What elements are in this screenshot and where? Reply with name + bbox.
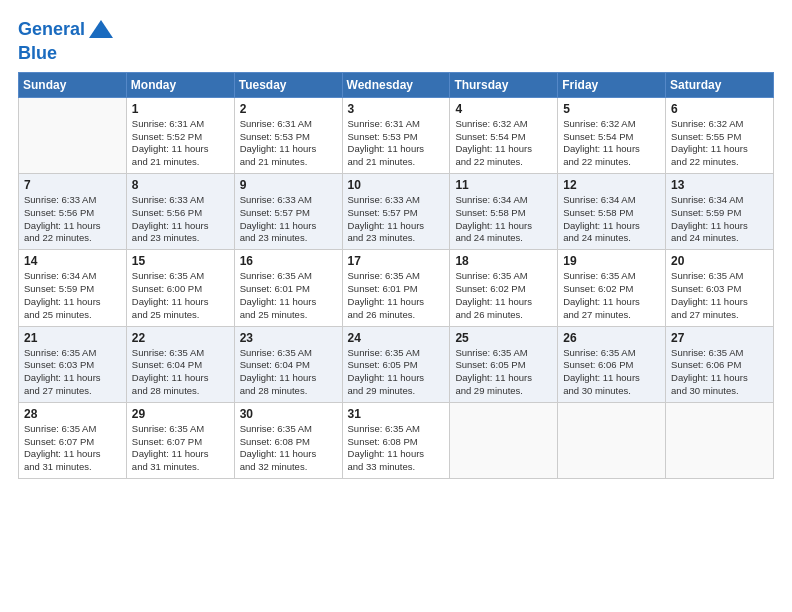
day-number: 18 — [455, 254, 553, 268]
calendar-cell — [450, 402, 558, 478]
calendar-cell: 20Sunrise: 6:35 AMSunset: 6:03 PMDayligh… — [666, 250, 774, 326]
calendar-cell: 3Sunrise: 6:31 AMSunset: 5:53 PMDaylight… — [342, 97, 450, 173]
day-number: 22 — [132, 331, 230, 345]
calendar-cell: 27Sunrise: 6:35 AMSunset: 6:06 PMDayligh… — [666, 326, 774, 402]
calendar-cell: 12Sunrise: 6:34 AMSunset: 5:58 PMDayligh… — [558, 174, 666, 250]
day-info: Sunrise: 6:33 AMSunset: 5:56 PMDaylight:… — [24, 194, 122, 245]
day-number: 9 — [240, 178, 338, 192]
weekday-header-row: SundayMondayTuesdayWednesdayThursdayFrid… — [19, 72, 774, 97]
day-info: Sunrise: 6:35 AMSunset: 6:04 PMDaylight:… — [132, 347, 230, 398]
calendar-cell: 25Sunrise: 6:35 AMSunset: 6:05 PMDayligh… — [450, 326, 558, 402]
calendar-cell: 10Sunrise: 6:33 AMSunset: 5:57 PMDayligh… — [342, 174, 450, 250]
logo-icon — [87, 16, 115, 44]
calendar-cell: 7Sunrise: 6:33 AMSunset: 5:56 PMDaylight… — [19, 174, 127, 250]
logo: General Blue — [18, 16, 115, 64]
weekday-header-cell: Saturday — [666, 72, 774, 97]
calendar-cell: 6Sunrise: 6:32 AMSunset: 5:55 PMDaylight… — [666, 97, 774, 173]
day-info: Sunrise: 6:35 AMSunset: 6:03 PMDaylight:… — [24, 347, 122, 398]
calendar-cell: 11Sunrise: 6:34 AMSunset: 5:58 PMDayligh… — [450, 174, 558, 250]
day-info: Sunrise: 6:35 AMSunset: 6:02 PMDaylight:… — [563, 270, 661, 321]
day-number: 16 — [240, 254, 338, 268]
calendar-cell — [558, 402, 666, 478]
day-number: 24 — [348, 331, 446, 345]
weekday-header-cell: Tuesday — [234, 72, 342, 97]
day-info: Sunrise: 6:32 AMSunset: 5:55 PMDaylight:… — [671, 118, 769, 169]
day-info: Sunrise: 6:35 AMSunset: 6:03 PMDaylight:… — [671, 270, 769, 321]
day-number: 28 — [24, 407, 122, 421]
calendar-cell: 16Sunrise: 6:35 AMSunset: 6:01 PMDayligh… — [234, 250, 342, 326]
day-number: 2 — [240, 102, 338, 116]
day-number: 10 — [348, 178, 446, 192]
calendar-cell: 5Sunrise: 6:32 AMSunset: 5:54 PMDaylight… — [558, 97, 666, 173]
header: General Blue — [18, 16, 774, 64]
calendar-week-row: 7Sunrise: 6:33 AMSunset: 5:56 PMDaylight… — [19, 174, 774, 250]
calendar-cell: 15Sunrise: 6:35 AMSunset: 6:00 PMDayligh… — [126, 250, 234, 326]
day-number: 30 — [240, 407, 338, 421]
day-number: 29 — [132, 407, 230, 421]
day-info: Sunrise: 6:35 AMSunset: 6:01 PMDaylight:… — [348, 270, 446, 321]
day-info: Sunrise: 6:33 AMSunset: 5:57 PMDaylight:… — [240, 194, 338, 245]
day-number: 3 — [348, 102, 446, 116]
day-info: Sunrise: 6:35 AMSunset: 6:08 PMDaylight:… — [348, 423, 446, 474]
day-number: 12 — [563, 178, 661, 192]
calendar-cell: 31Sunrise: 6:35 AMSunset: 6:08 PMDayligh… — [342, 402, 450, 478]
day-number: 17 — [348, 254, 446, 268]
weekday-header-cell: Thursday — [450, 72, 558, 97]
day-info: Sunrise: 6:35 AMSunset: 6:04 PMDaylight:… — [240, 347, 338, 398]
day-info: Sunrise: 6:35 AMSunset: 6:07 PMDaylight:… — [24, 423, 122, 474]
calendar-week-row: 28Sunrise: 6:35 AMSunset: 6:07 PMDayligh… — [19, 402, 774, 478]
calendar-body: 1Sunrise: 6:31 AMSunset: 5:52 PMDaylight… — [19, 97, 774, 478]
day-info: Sunrise: 6:35 AMSunset: 6:02 PMDaylight:… — [455, 270, 553, 321]
day-info: Sunrise: 6:34 AMSunset: 5:59 PMDaylight:… — [671, 194, 769, 245]
weekday-header-cell: Monday — [126, 72, 234, 97]
day-info: Sunrise: 6:31 AMSunset: 5:53 PMDaylight:… — [348, 118, 446, 169]
day-number: 13 — [671, 178, 769, 192]
calendar-week-row: 1Sunrise: 6:31 AMSunset: 5:52 PMDaylight… — [19, 97, 774, 173]
day-number: 31 — [348, 407, 446, 421]
day-info: Sunrise: 6:35 AMSunset: 6:06 PMDaylight:… — [671, 347, 769, 398]
day-number: 7 — [24, 178, 122, 192]
calendar-cell: 4Sunrise: 6:32 AMSunset: 5:54 PMDaylight… — [450, 97, 558, 173]
day-info: Sunrise: 6:35 AMSunset: 6:05 PMDaylight:… — [455, 347, 553, 398]
calendar-cell: 26Sunrise: 6:35 AMSunset: 6:06 PMDayligh… — [558, 326, 666, 402]
calendar-cell: 18Sunrise: 6:35 AMSunset: 6:02 PMDayligh… — [450, 250, 558, 326]
calendar-cell: 14Sunrise: 6:34 AMSunset: 5:59 PMDayligh… — [19, 250, 127, 326]
day-info: Sunrise: 6:33 AMSunset: 5:56 PMDaylight:… — [132, 194, 230, 245]
day-number: 6 — [671, 102, 769, 116]
calendar-cell: 28Sunrise: 6:35 AMSunset: 6:07 PMDayligh… — [19, 402, 127, 478]
day-info: Sunrise: 6:35 AMSunset: 6:05 PMDaylight:… — [348, 347, 446, 398]
day-number: 1 — [132, 102, 230, 116]
calendar-cell: 2Sunrise: 6:31 AMSunset: 5:53 PMDaylight… — [234, 97, 342, 173]
day-info: Sunrise: 6:34 AMSunset: 5:58 PMDaylight:… — [563, 194, 661, 245]
day-info: Sunrise: 6:32 AMSunset: 5:54 PMDaylight:… — [563, 118, 661, 169]
day-number: 14 — [24, 254, 122, 268]
day-number: 19 — [563, 254, 661, 268]
weekday-header-cell: Friday — [558, 72, 666, 97]
calendar-cell — [19, 97, 127, 173]
calendar-cell: 13Sunrise: 6:34 AMSunset: 5:59 PMDayligh… — [666, 174, 774, 250]
day-info: Sunrise: 6:35 AMSunset: 6:06 PMDaylight:… — [563, 347, 661, 398]
calendar-week-row: 21Sunrise: 6:35 AMSunset: 6:03 PMDayligh… — [19, 326, 774, 402]
day-number: 8 — [132, 178, 230, 192]
calendar-cell: 9Sunrise: 6:33 AMSunset: 5:57 PMDaylight… — [234, 174, 342, 250]
calendar-cell: 30Sunrise: 6:35 AMSunset: 6:08 PMDayligh… — [234, 402, 342, 478]
day-info: Sunrise: 6:31 AMSunset: 5:52 PMDaylight:… — [132, 118, 230, 169]
day-info: Sunrise: 6:35 AMSunset: 6:00 PMDaylight:… — [132, 270, 230, 321]
svg-marker-0 — [89, 20, 113, 38]
day-info: Sunrise: 6:35 AMSunset: 6:08 PMDaylight:… — [240, 423, 338, 474]
calendar-week-row: 14Sunrise: 6:34 AMSunset: 5:59 PMDayligh… — [19, 250, 774, 326]
day-info: Sunrise: 6:31 AMSunset: 5:53 PMDaylight:… — [240, 118, 338, 169]
day-info: Sunrise: 6:35 AMSunset: 6:01 PMDaylight:… — [240, 270, 338, 321]
calendar-table: SundayMondayTuesdayWednesdayThursdayFrid… — [18, 72, 774, 479]
calendar-cell: 21Sunrise: 6:35 AMSunset: 6:03 PMDayligh… — [19, 326, 127, 402]
day-number: 5 — [563, 102, 661, 116]
day-info: Sunrise: 6:34 AMSunset: 5:58 PMDaylight:… — [455, 194, 553, 245]
logo-text: General — [18, 20, 85, 40]
day-number: 4 — [455, 102, 553, 116]
day-number: 20 — [671, 254, 769, 268]
day-number: 21 — [24, 331, 122, 345]
day-number: 11 — [455, 178, 553, 192]
calendar-cell: 24Sunrise: 6:35 AMSunset: 6:05 PMDayligh… — [342, 326, 450, 402]
day-info: Sunrise: 6:35 AMSunset: 6:07 PMDaylight:… — [132, 423, 230, 474]
weekday-header-cell: Sunday — [19, 72, 127, 97]
